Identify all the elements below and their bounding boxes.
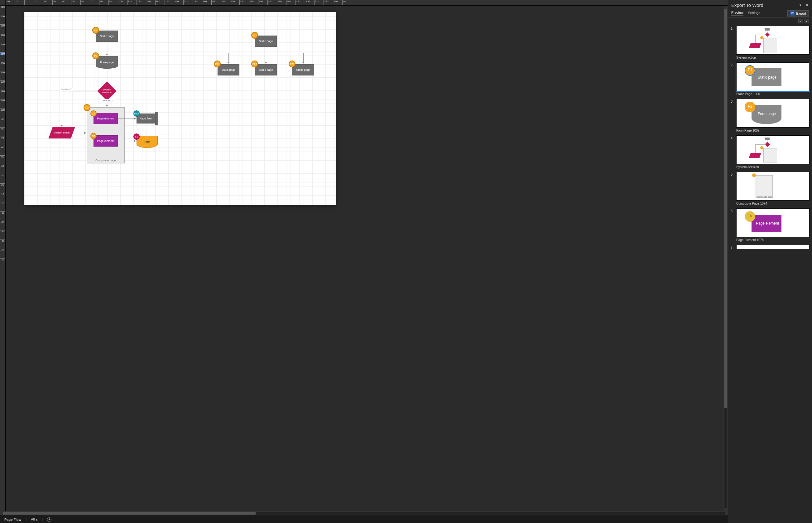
export-button[interactable]: W Export bbox=[787, 10, 809, 17]
badge-p22[interactable]: P22 bbox=[251, 60, 258, 67]
preview-caption: Form Page.1009 bbox=[736, 129, 810, 132]
badge-pf2[interactable]: PF2 bbox=[133, 110, 140, 116]
canvas-area: -20-100102030405060708090100110120130140… bbox=[0, 0, 728, 523]
badge-p1[interactable]: P1 bbox=[92, 27, 99, 34]
tab-preview[interactable]: Preview bbox=[731, 11, 743, 16]
connector bbox=[62, 91, 62, 125]
ruler-vertical[interactable]: 2102001901801701601501401301201101009080… bbox=[0, 6, 6, 511]
connector bbox=[107, 42, 107, 54]
shape-system-action[interactable]: System action bbox=[48, 127, 75, 139]
arrow-icon bbox=[134, 117, 136, 120]
preview-thumbnail[interactable]: 3A Page element bbox=[736, 208, 810, 237]
connector bbox=[62, 91, 100, 91]
shape-static-page-c3[interactable]: Static page bbox=[292, 64, 314, 75]
page-tab-name[interactable]: Page Flow bbox=[4, 518, 21, 521]
word-icon: W bbox=[790, 11, 795, 16]
connector bbox=[228, 53, 229, 62]
shape-page-flow-stack bbox=[155, 112, 158, 125]
nav-down-button[interactable]: ▾ bbox=[804, 19, 809, 23]
panel-close-button[interactable]: ✕ bbox=[805, 3, 809, 7]
preview-item[interactable]: 4 System decision bbox=[731, 136, 810, 169]
badge-3b[interactable]: 3B bbox=[90, 133, 97, 139]
preview-item[interactable]: 3 P2 Form page Form Page.1009 bbox=[731, 99, 810, 132]
preview-caption: System action bbox=[736, 56, 810, 59]
shape-form[interactable]: Form bbox=[136, 136, 158, 148]
badge-p23[interactable]: P23 bbox=[289, 60, 295, 67]
arrow-icon bbox=[134, 140, 136, 142]
vertical-scrollbar[interactable] bbox=[723, 6, 728, 511]
preview-item[interactable]: 2 P1 Static page Static Page.1006 bbox=[731, 62, 810, 96]
badge-p21[interactable]: P21 bbox=[214, 60, 221, 67]
tab-settings[interactable]: Settings bbox=[748, 11, 760, 16]
connector bbox=[74, 133, 85, 133]
shape-page-element-a[interactable]: Page element bbox=[93, 113, 118, 124]
preview-item[interactable]: 5 Composite page Composite Page.1074 bbox=[731, 172, 810, 205]
nav-up-button[interactable]: ▴ bbox=[798, 19, 803, 23]
filter-label[interactable]: All ▴ bbox=[31, 517, 37, 521]
add-page-button[interactable]: + bbox=[47, 517, 52, 522]
canvas-viewport[interactable]: Static page P1 Form page P2 System decis… bbox=[6, 6, 723, 511]
arrow-icon bbox=[60, 125, 63, 127]
page-margin-guide bbox=[314, 15, 314, 202]
preview-thumbnail[interactable] bbox=[736, 26, 810, 55]
horizontal-scrollbar[interactable] bbox=[0, 511, 728, 516]
shape-static-page-1[interactable]: Static page bbox=[96, 31, 118, 42]
shape-static-page-top[interactable]: Static page bbox=[255, 36, 277, 47]
preview-list[interactable]: 1 System action bbox=[728, 25, 812, 523]
connector bbox=[118, 119, 135, 119]
arrow-icon bbox=[106, 105, 108, 107]
preview-thumbnail[interactable]: P1 Static page bbox=[736, 62, 810, 91]
preview-thumbnail[interactable] bbox=[736, 136, 810, 164]
connector bbox=[266, 53, 266, 62]
connector bbox=[107, 69, 107, 82]
connector bbox=[303, 53, 303, 62]
panel-title: Export To Word bbox=[731, 2, 796, 8]
arrow-icon bbox=[227, 62, 230, 64]
preview-thumbnail[interactable]: Composite page bbox=[736, 172, 810, 200]
connector bbox=[118, 141, 135, 141]
badge-p3[interactable]: P3 bbox=[84, 104, 90, 111]
badge-f1[interactable]: F1 bbox=[133, 133, 140, 140]
preview-thumbnail[interactable]: P2 Form page bbox=[736, 99, 810, 128]
badge-p20[interactable]: P20 bbox=[251, 32, 258, 39]
badge-3a[interactable]: 3A bbox=[90, 110, 97, 116]
label-decision-1: Decision 1 bbox=[60, 88, 73, 91]
ruler-corner bbox=[0, 0, 6, 6]
preview-thumbnail[interactable] bbox=[736, 245, 810, 249]
preview-caption: Page Element.1078 bbox=[736, 238, 810, 242]
preview-caption: System decision bbox=[736, 165, 810, 169]
arrow-icon bbox=[106, 54, 108, 55]
preview-item[interactable]: 7 bbox=[731, 245, 810, 249]
drawing-page[interactable]: Static page P1 Form page P2 System decis… bbox=[24, 12, 336, 205]
label-decision-2: Decision 2 bbox=[101, 99, 114, 102]
shape-static-page-c1[interactable]: Static page bbox=[218, 64, 239, 75]
ruler-horizontal[interactable]: -20-100102030405060708090100110120130140… bbox=[6, 0, 723, 6]
shape-page-element-b[interactable]: Page element bbox=[93, 136, 118, 147]
connector bbox=[266, 47, 266, 53]
panel-menu-button[interactable]: ▾ bbox=[798, 3, 802, 7]
preview-caption: Composite Page.1074 bbox=[736, 202, 810, 205]
badge-p2[interactable]: P2 bbox=[92, 52, 99, 59]
arrow-icon bbox=[84, 132, 86, 134]
arrow-icon bbox=[265, 62, 267, 64]
preview-item[interactable]: 6 3A Page element Page Element.1078 bbox=[731, 208, 810, 242]
arrow-icon bbox=[302, 62, 304, 64]
status-bar: Page Flow | All ▴ | + bbox=[0, 516, 728, 523]
preview-caption: Static Page.1006 bbox=[736, 92, 810, 96]
shape-form-page[interactable]: Form page bbox=[96, 56, 118, 69]
preview-item[interactable]: 1 System action bbox=[731, 26, 810, 59]
shape-static-page-c2[interactable]: Static page bbox=[255, 64, 277, 75]
export-panel: Export To Word ▾ ✕ Preview Settings W Ex… bbox=[728, 0, 812, 523]
